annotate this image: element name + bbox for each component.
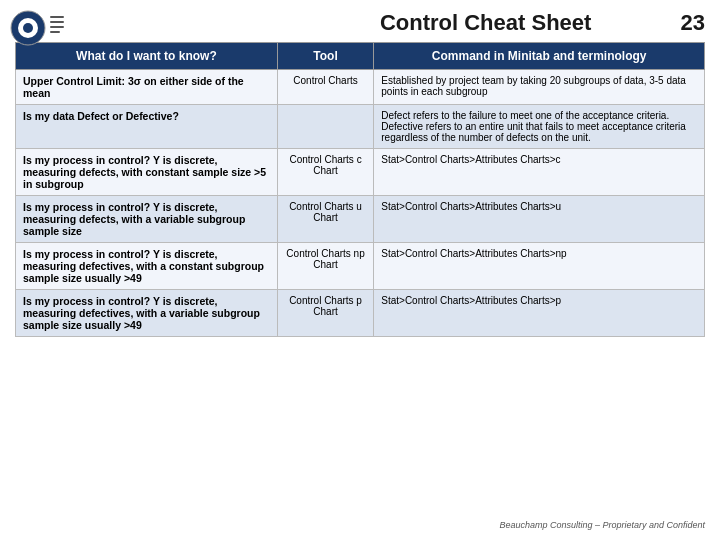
footer: Beauchamp Consulting – Proprietary and C…: [15, 520, 705, 530]
cell-tool: Control Charts u Chart: [277, 196, 373, 243]
cell-tool: Control Charts np Chart: [277, 243, 373, 290]
cell-cmd: Established by project team by taking 20…: [374, 70, 705, 105]
table-row: Upper Control Limit: 3σ on either side o…: [16, 70, 705, 105]
cell-tool: Control Charts c Chart: [277, 149, 373, 196]
svg-rect-4: [50, 21, 64, 23]
main-table-wrapper: What do I want to know? Tool Command in …: [15, 42, 705, 516]
svg-rect-3: [50, 16, 64, 18]
cell-cmd: Stat>Control Charts>Attributes Charts>np: [374, 243, 705, 290]
cell-what: Upper Control Limit: 3σ on either side o…: [16, 70, 278, 105]
footer-text: Beauchamp Consulting – Proprietary and C…: [499, 520, 705, 530]
table-row: Is my process in control? Y is discrete,…: [16, 243, 705, 290]
col-header-tool: Tool: [277, 43, 373, 70]
col-header-cmd: Command in Minitab and terminology: [374, 43, 705, 70]
cell-cmd: Stat>Control Charts>Attributes Charts>p: [374, 290, 705, 337]
cheat-sheet-table: What do I want to know? Tool Command in …: [15, 42, 705, 337]
table-row: Is my process in control? Y is discrete,…: [16, 290, 705, 337]
cell-tool: [277, 105, 373, 149]
cell-cmd: Stat>Control Charts>Attributes Charts>u: [374, 196, 705, 243]
page-header: Control Cheat Sheet 23: [15, 10, 705, 36]
cell-what: Is my process in control? Y is discrete,…: [16, 149, 278, 196]
page-number: 23: [681, 10, 705, 36]
logo-area: [10, 8, 65, 48]
cell-cmd: Stat>Control Charts>Attributes Charts>c: [374, 149, 705, 196]
logo-icon: [10, 8, 65, 48]
svg-point-2: [23, 23, 33, 33]
cell-tool: Control Charts: [277, 70, 373, 105]
page-container: Control Cheat Sheet 23 What do I want to…: [0, 0, 720, 540]
page-title: Control Cheat Sheet: [329, 10, 643, 36]
cell-what: Is my process in control? Y is discrete,…: [16, 290, 278, 337]
svg-rect-5: [50, 26, 64, 28]
cell-what: Is my data Defect or Defective?: [16, 105, 278, 149]
table-row: Is my process in control? Y is discrete,…: [16, 149, 705, 196]
cell-cmd: Defect refers to the failure to meet one…: [374, 105, 705, 149]
cell-what: Is my process in control? Y is discrete,…: [16, 196, 278, 243]
svg-rect-6: [50, 31, 60, 33]
cell-tool: Control Charts p Chart: [277, 290, 373, 337]
table-row: Is my process in control? Y is discrete,…: [16, 196, 705, 243]
table-row: Is my data Defect or Defective?Defect re…: [16, 105, 705, 149]
cell-what: Is my process in control? Y is discrete,…: [16, 243, 278, 290]
